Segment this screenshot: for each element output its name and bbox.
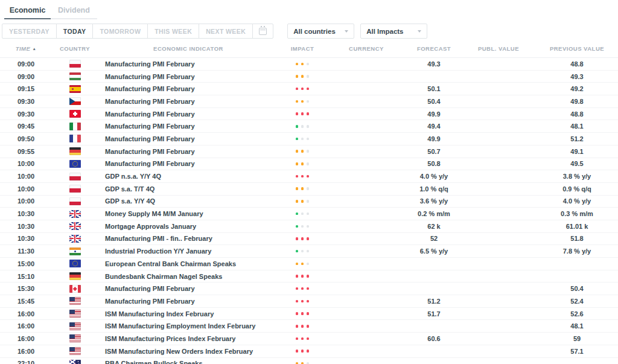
event-indicator: Manufacturing PMI February (98, 110, 279, 118)
flag-us-icon (69, 322, 81, 330)
column-header-economic-indicator[interactable]: ECONOMIC INDICATOR (98, 45, 279, 52)
impact-dot (296, 63, 299, 66)
yesterday-button[interactable]: YESTERDAY (2, 24, 56, 38)
table-row[interactable]: 16:00 ISM Manufacturing Index February 5… (0, 308, 618, 321)
event-time: 22:10 (0, 360, 52, 364)
event-previous-value: 48.1 (536, 322, 618, 330)
event-previous-value: 49.2 (536, 85, 618, 92)
impact-dot (307, 275, 310, 278)
impact-dots (279, 312, 326, 315)
column-header-time[interactable]: TIME▲ (0, 45, 52, 52)
column-header-forecast[interactable]: FORECAST (407, 45, 461, 52)
table-row[interactable]: 10:00 Manufacturing PMI February 50.8 49… (0, 158, 618, 171)
table-header-row: TIME▲ COUNTRY ECONOMIC INDICATOR IMPACT … (0, 39, 618, 58)
impact-dot (307, 162, 310, 165)
economic-calendar-widget: Economic Dividend YESTERDAY TODAY TOMORR… (0, 0, 618, 364)
event-time: 11:30 (0, 247, 52, 255)
table-row[interactable]: 09:30 Manufacturing PMI February 49.9 48… (0, 108, 618, 121)
event-country (52, 347, 98, 355)
event-time: 10:00 (0, 197, 52, 205)
chevron-down-icon (418, 30, 421, 33)
event-indicator: RBA Chairman Bullock Speaks (98, 360, 279, 364)
flag-pl-icon (69, 197, 81, 205)
flag-us-icon (69, 310, 81, 318)
this-week-button[interactable]: THIS WEEK (147, 24, 199, 38)
event-indicator: Manufacturing PMI February (98, 60, 279, 68)
table-row[interactable]: 16:00 ISM Manufacturing Employment Index… (0, 320, 618, 333)
impact-dot (296, 100, 299, 103)
table-row[interactable]: 11:30 Industrial Production Y/Y January … (0, 245, 618, 258)
event-indicator: Industrial Production Y/Y January (98, 247, 279, 255)
table-row[interactable]: 10:30 Manufacturing PMI - fin.. February… (0, 233, 618, 246)
event-time: 15:30 (0, 285, 52, 292)
event-forecast: 3.6 % y/y (407, 197, 461, 205)
table-row[interactable]: 09:15 Manufacturing PMI February 50.1 49… (0, 83, 618, 95)
impact-dot (307, 100, 310, 103)
impact-dot (301, 275, 304, 278)
table-row[interactable]: 16:00 ISM Manufacturing New Orders Index… (0, 345, 618, 358)
event-previous-value: 57.1 (536, 348, 618, 355)
table-row[interactable]: 10:00 GDP n.s.a. Y/Y 4Q 4.0 % y/y 3.8 % … (0, 170, 618, 183)
event-time: 16:00 (0, 322, 52, 330)
impact-dot (307, 150, 310, 153)
tab-dividend[interactable]: Dividend (51, 3, 97, 19)
calendar-date-picker-button[interactable] (252, 24, 273, 38)
column-header-previous-value[interactable]: PREVIOUS VALUE (536, 45, 618, 52)
event-forecast: 6.5 % y/y (407, 247, 461, 255)
event-forecast: 50.8 (407, 160, 461, 167)
table-row[interactable]: 10:30 Mortgage Approvals January 62 k 61… (0, 220, 618, 233)
tab-economic[interactable]: Economic (4, 3, 51, 19)
country-filter-dropdown[interactable]: All countries (287, 24, 354, 39)
table-row[interactable]: 16:00 ISM Manufacturing Prices Index Feb… (0, 333, 618, 345)
impact-dot (307, 287, 310, 290)
table-row[interactable]: 09:45 Manufacturing PMI February 49.4 48… (0, 120, 618, 133)
table-row[interactable]: 15:30 Manufacturing PMI February 50.4 (0, 283, 618, 295)
tomorrow-button[interactable]: TOMORROW (92, 24, 147, 38)
impact-dot (296, 300, 299, 303)
table-row[interactable]: 22:10 RBA Chairman Bullock Speaks (0, 358, 618, 364)
event-indicator: GDP n.s.a. Y/Y 4Q (98, 173, 279, 180)
impact-dot (296, 350, 299, 353)
event-forecast: 51.2 (407, 298, 461, 305)
next-week-button[interactable]: NEXT WEEK (199, 24, 252, 38)
column-header-currency[interactable]: CURRENCY (326, 45, 407, 52)
table-row[interactable]: 09:55 Manufacturing PMI February 50.7 49… (0, 145, 618, 158)
impact-dot (301, 325, 304, 328)
column-header-impact[interactable]: IMPACT (279, 45, 326, 52)
impact-filter-value: All Impacts (366, 28, 403, 35)
table-row[interactable]: 15:10 Bundesbank Chairman Nagel Speaks (0, 270, 618, 283)
event-indicator: Manufacturing PMI - fin.. February (98, 235, 279, 242)
table-row[interactable]: 10:00 GDP s.a. Y/Y 4Q 3.6 % y/y 4.0 % y/… (0, 196, 618, 208)
event-indicator: ISM Manufacturing Employment Index Febru… (98, 322, 279, 330)
today-button[interactable]: TODAY (56, 24, 93, 38)
table-row[interactable]: 09:50 Manufacturing PMI February 49.9 51… (0, 133, 618, 145)
column-header-country[interactable]: COUNTRY (52, 45, 98, 52)
event-time: 15:10 (0, 273, 52, 280)
flag-pl-icon (69, 60, 81, 68)
table-row[interactable]: 15:00 European Central Bank Chairman Spe… (0, 258, 618, 270)
impact-filter-dropdown[interactable]: All Impacts (360, 24, 427, 39)
event-previous-value: 50.4 (536, 285, 618, 292)
table-row[interactable]: 09:30 Manufacturing PMI February 50.4 49… (0, 95, 618, 108)
column-header-publ-value[interactable]: PUBL. VALUE (461, 45, 536, 52)
event-country (52, 160, 98, 168)
event-country (52, 173, 98, 180)
impact-dot (307, 212, 310, 216)
table-row[interactable]: 09:00 Manufacturing PMI February 49.3 48… (0, 58, 618, 71)
impact-dots (279, 112, 326, 115)
flag-us-icon (69, 297, 81, 305)
event-forecast: 60.6 (407, 335, 461, 342)
table-row[interactable]: 10:30 Money Supply M4 M/M January 0.2 % … (0, 208, 618, 220)
table-row[interactable]: 15:45 Manufacturing PMI February 51.2 52… (0, 295, 618, 308)
event-indicator: Manufacturing PMI February (98, 73, 279, 80)
table-row[interactable]: 09:00 Manufacturing PMI February 49.3 (0, 71, 618, 83)
event-indicator: Manufacturing PMI February (98, 160, 279, 167)
flag-it-icon (69, 123, 81, 130)
event-previous-value: 59 (536, 335, 618, 342)
event-indicator: ISM Manufacturing Prices Index February (98, 335, 279, 342)
table-row[interactable]: 10:00 GDP s.a. T/T 4Q 1.0 % q/q 0.9 % q/… (0, 183, 618, 196)
event-previous-value: 51.8 (536, 235, 618, 242)
event-indicator: Manufacturing PMI February (98, 85, 279, 92)
impact-dot (301, 212, 304, 216)
event-previous-value: 49.1 (536, 148, 618, 155)
